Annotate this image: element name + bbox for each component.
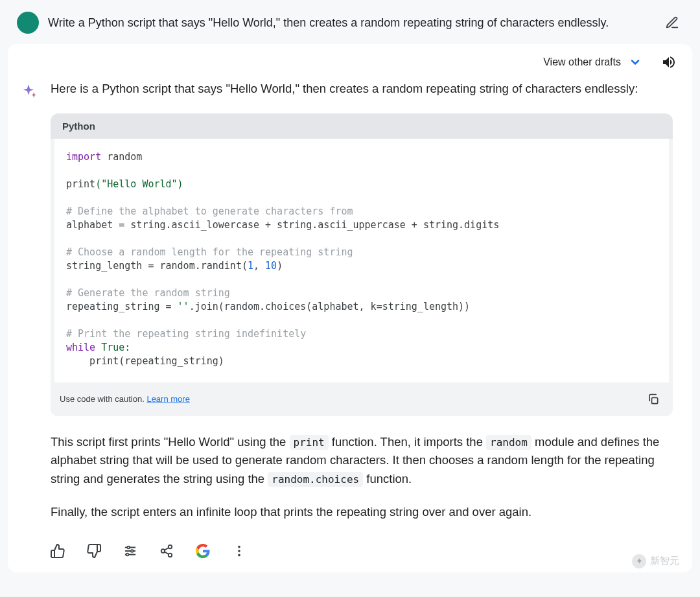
inline-code-random-choices: random.choices xyxy=(268,472,363,487)
response-intro: Here is a Python script that says "Hello… xyxy=(51,80,673,98)
inline-code-print: print xyxy=(290,435,329,450)
watermark: ✦ 新智元 xyxy=(632,554,679,568)
code-language-label: Python xyxy=(51,113,673,139)
inline-code-random: random xyxy=(486,435,531,450)
more-vertical-icon xyxy=(232,544,246,558)
share-button[interactable] xyxy=(158,543,175,559)
more-options-button[interactable] xyxy=(231,543,248,559)
code-caution: Use code with caution. Learn more xyxy=(60,394,190,404)
watermark-icon: ✦ xyxy=(632,554,646,568)
copy-code-button[interactable] xyxy=(643,389,664,410)
copy-icon xyxy=(647,393,660,406)
svg-line-11 xyxy=(165,547,169,550)
explanation-2: Finally, the script enters an infinite l… xyxy=(51,503,673,522)
svg-line-10 xyxy=(165,552,169,554)
tune-icon xyxy=(123,544,137,558)
view-drafts-button[interactable]: View other drafts xyxy=(543,56,621,68)
chevron-down-icon[interactable] xyxy=(629,56,642,69)
svg-point-2 xyxy=(127,546,130,548)
drafts-row: View other drafts xyxy=(8,44,692,70)
thumbs-up-icon xyxy=(50,543,65,559)
user-avatar xyxy=(17,12,39,34)
response-actions xyxy=(8,536,692,559)
google-it-button[interactable] xyxy=(194,543,211,559)
svg-rect-0 xyxy=(652,397,658,403)
svg-point-4 xyxy=(131,550,134,552)
svg-point-6 xyxy=(126,553,129,556)
speaker-button[interactable] xyxy=(661,54,677,70)
learn-more-link[interactable]: Learn more xyxy=(146,394,189,404)
thumbs-up-button[interactable] xyxy=(49,543,66,559)
google-icon xyxy=(196,544,210,558)
code-footer: Use code with caution. Learn more xyxy=(51,382,673,416)
thumbs-down-button[interactable] xyxy=(86,543,102,559)
tune-button[interactable] xyxy=(122,543,139,559)
code-block: Python import random print("Hello World"… xyxy=(51,113,673,416)
svg-point-13 xyxy=(238,550,240,552)
response-content: Here is a Python script that says "Hello… xyxy=(51,80,673,536)
code-body: import random print("Hello World") # Def… xyxy=(54,139,669,382)
response-card: View other drafts xyxy=(8,44,692,572)
user-prompt-row: Write a Python script that says "Hello W… xyxy=(8,6,692,44)
volume-icon xyxy=(661,54,677,70)
thumbs-down-icon xyxy=(86,543,102,559)
explanation-1: This script first prints "Hello World" u… xyxy=(51,433,673,489)
user-prompt-text: Write a Python script that says "Hello W… xyxy=(48,16,652,30)
bard-icon xyxy=(19,83,39,102)
svg-point-12 xyxy=(238,545,240,548)
svg-point-14 xyxy=(238,554,240,556)
share-icon xyxy=(159,544,174,558)
edit-prompt-button[interactable] xyxy=(661,12,683,34)
pencil-icon xyxy=(665,16,679,30)
